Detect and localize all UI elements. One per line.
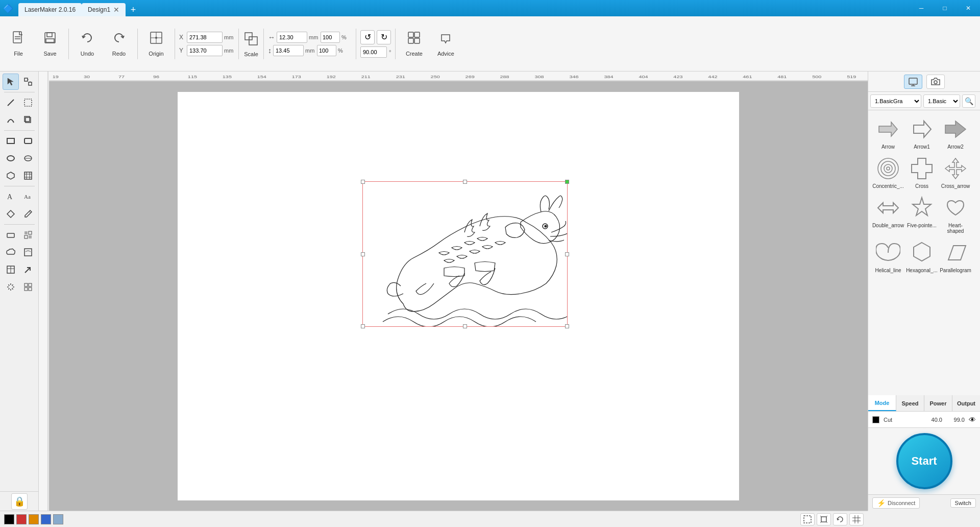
start-area: Start — [868, 428, 980, 494]
width-pct-input[interactable] — [321, 32, 340, 43]
fit-view-button[interactable] — [817, 513, 831, 525]
ruler-left: 19 134 154 173 192 211 231 250 269 288 3… — [39, 71, 49, 511]
camera-toggle-button[interactable] — [926, 75, 945, 89]
cloud-tool-button[interactable] — [3, 244, 19, 260]
text-tool-button[interactable]: A — [3, 188, 19, 205]
grid-tool-button[interactable] — [20, 167, 36, 184]
polygon-tool-button[interactable] — [3, 167, 19, 184]
cloud2-tool-button[interactable] — [20, 244, 36, 260]
disconnect-button[interactable]: ⚡ Disconnect — [872, 497, 920, 509]
shape-item-cross[interactable]: Cross — [906, 154, 938, 191]
spinner-tool-button[interactable] — [3, 279, 19, 295]
close-button[interactable]: ✕ — [957, 0, 980, 16]
select-all-button[interactable] — [800, 513, 815, 525]
style-tool-button[interactable] — [20, 94, 36, 111]
rotate-cw-button[interactable]: ↻ — [377, 30, 391, 44]
shape-item-double-arrow[interactable]: Double_arrow — [872, 193, 904, 236]
shape-item-parallelogram[interactable]: Parallelogram — [940, 238, 971, 275]
tab-mode[interactable]: Mode — [868, 395, 896, 411]
save-button[interactable]: Save — [36, 27, 64, 61]
svg-marker-102 — [945, 121, 966, 137]
origin-button[interactable]: Origin — [142, 27, 170, 61]
rotate-ccw-button[interactable]: ↺ — [360, 30, 375, 44]
shape-item-heart[interactable]: Heart-shaped — [940, 193, 971, 236]
redo-button[interactable]: Redo — [105, 27, 133, 61]
tab-power[interactable]: Power — [924, 395, 952, 411]
color-orange[interactable] — [29, 514, 39, 524]
table-tool-button[interactable] — [3, 261, 19, 278]
layer-visibility-button[interactable]: 👁 — [969, 416, 976, 424]
create-button[interactable]: Create — [400, 27, 428, 61]
start-button[interactable]: Start — [896, 433, 952, 489]
layer-color-swatch[interactable] — [872, 416, 879, 423]
rotate-row: ↺ ↻ — [360, 30, 391, 44]
width-row: ↔ mm % — [268, 32, 352, 43]
x-input[interactable] — [187, 32, 223, 43]
height-pct-input[interactable] — [317, 45, 336, 56]
height-input[interactable] — [273, 45, 304, 56]
rect-tool-button[interactable] — [3, 133, 19, 149]
text2-tool-button[interactable]: Aa — [20, 188, 36, 205]
canvas-area[interactable]: 19 30 77 96 115 135 154 173 192 211 231 … — [39, 71, 868, 511]
subcategory-selector[interactable]: 1.Basic — [923, 94, 960, 108]
tab-speed[interactable]: Speed — [896, 395, 924, 411]
shape-item-arrow1[interactable]: Arrow1 — [906, 114, 938, 152]
y-input[interactable] — [187, 45, 223, 56]
close-tab-button[interactable]: ✕ — [113, 6, 119, 14]
node-tool-button[interactable] — [20, 74, 36, 90]
design-tab[interactable]: Design1 ✕ — [82, 3, 126, 16]
switch-button[interactable]: Switch — [950, 498, 976, 508]
select-tool-button[interactable] — [3, 74, 19, 90]
rect2-tool-button[interactable] — [20, 133, 36, 149]
curve-tool-pair — [3, 112, 36, 128]
mosaic-tool-button[interactable] — [20, 227, 36, 243]
arrow-tool-button[interactable] — [20, 261, 36, 278]
curve-tool-button[interactable] — [3, 112, 19, 128]
shape-helical-icon — [875, 240, 901, 266]
svg-text:481: 481 — [777, 74, 787, 79]
advice-button[interactable]: Advice — [431, 27, 460, 61]
color-red[interactable] — [16, 514, 27, 524]
coordinate-block: X mm Y mm — [179, 32, 234, 56]
new-tab-button[interactable]: + — [127, 3, 140, 16]
left-toolbar: A Aa — [0, 71, 39, 511]
ellipse-tool-button[interactable] — [3, 150, 19, 166]
layer-row[interactable]: Cut 40.0 99.0 👁 — [868, 412, 980, 428]
shape-search-button[interactable]: 🔍 — [962, 94, 975, 108]
color-black[interactable] — [4, 514, 14, 524]
color-lightblue[interactable] — [53, 514, 63, 524]
canvas-viewport[interactable] — [49, 82, 868, 511]
svg-rect-34 — [24, 172, 32, 179]
tab-output[interactable]: Output — [952, 395, 980, 411]
shape-arrow-icon — [875, 116, 901, 142]
file-button[interactable]: File — [4, 27, 33, 61]
rotate-input[interactable] — [360, 46, 387, 58]
layer-copy-button[interactable] — [20, 112, 36, 128]
shape-item-hexagonal[interactable]: Hexagonal_... — [906, 238, 938, 275]
minimize-button[interactable]: ─ — [910, 0, 933, 16]
shape-item-cross-arrow[interactable]: Cross_arrow — [940, 154, 971, 191]
left-tool-sep-3 — [4, 186, 35, 186]
undo-button[interactable]: Undo — [73, 27, 102, 61]
maximize-button[interactable]: □ — [933, 0, 957, 16]
width-input[interactable] — [277, 32, 307, 43]
eraser-tool-button[interactable] — [3, 227, 19, 243]
grid-toggle-button[interactable] — [849, 513, 864, 525]
shape-item-arrow[interactable]: Arrow — [872, 114, 904, 152]
shape-item-concentric[interactable]: Concentric_... — [872, 154, 904, 191]
shape-item-arrow2[interactable]: Arrow2 — [940, 114, 971, 152]
category-selector[interactable]: 1.BasicGra — [870, 94, 921, 108]
shape-item-five-pointed[interactable]: Five-pointe... — [906, 193, 938, 236]
svg-marker-108 — [945, 158, 966, 179]
refresh-button[interactable] — [833, 513, 847, 525]
lock-button[interactable]: 🔒 — [11, 493, 28, 510]
diamond-tool-button[interactable] — [3, 206, 19, 222]
shape-item-helical[interactable]: Helical_line — [872, 238, 904, 275]
grid2-tool-button[interactable] — [20, 279, 36, 295]
display-toggle-button[interactable] — [904, 75, 922, 89]
ellipse2-tool-button[interactable] — [20, 150, 36, 166]
pen-tool-button[interactable] — [3, 94, 19, 111]
color-blue[interactable] — [41, 514, 51, 524]
svg-rect-0 — [13, 32, 21, 43]
pencil-tool-button[interactable] — [20, 206, 36, 222]
